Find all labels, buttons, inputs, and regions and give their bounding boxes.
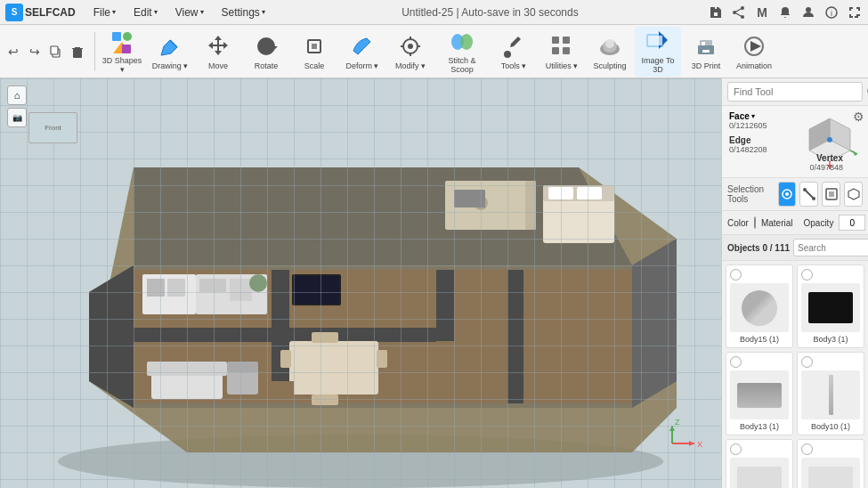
svg-text:X: X [697, 440, 702, 449]
m-icon[interactable]: M [754, 4, 770, 20]
logo-text: SELFCAD [25, 6, 76, 19]
body10-radio[interactable] [801, 356, 813, 368]
tool-animation[interactable]: Animation [731, 27, 777, 77]
menu-settings[interactable]: Settings ▾ [215, 4, 272, 20]
user-icon[interactable] [800, 4, 816, 20]
object-body3[interactable]: Body3 (1) [797, 264, 864, 348]
svg-point-75 [474, 196, 488, 210]
tool-move[interactable]: Move [195, 27, 241, 77]
svg-rect-51 [289, 328, 436, 342]
object-empty2[interactable] [797, 439, 864, 488]
expand-icon[interactable] [847, 4, 863, 20]
body3-radio[interactable] [801, 269, 813, 281]
svg-point-77 [249, 274, 267, 292]
camera-icon[interactable]: 📷 [7, 108, 27, 127]
home-view-icon[interactable]: ⌂ [7, 85, 27, 105]
redo-button[interactable]: ↪ [25, 42, 45, 61]
svg-marker-81 [689, 441, 694, 446]
top-menu-bar: S SELFCAD File ▾ Edit ▾ View ▾ Settings … [0, 0, 868, 25]
info-icon[interactable]: i [823, 4, 840, 20]
undo-button[interactable]: ↩ [4, 42, 23, 61]
tool-tools[interactable]: Tools ▾ [491, 27, 537, 77]
objects-search-input[interactable] [793, 239, 868, 256]
tool-scale[interactable]: Scale [291, 27, 337, 77]
objects-grid: Body15 (1) Body3 (1) Bod [722, 261, 868, 488]
tool-stitch-scoop[interactable]: Stitch & Scoop [435, 27, 489, 77]
body15-radio[interactable] [730, 269, 742, 281]
empty2-radio[interactable] [801, 443, 813, 455]
copy-button[interactable] [46, 42, 66, 61]
face-edge-vertex-section: Face ▾ 0/1212605 Edge 0/1482208 [722, 106, 868, 178]
object-body10[interactable]: Body10 (1) [797, 352, 864, 435]
sel-tool-object-button[interactable] [844, 182, 863, 207]
3d-shapes-icon [108, 28, 136, 55]
app-logo[interactable]: S SELFCAD [5, 4, 76, 21]
opacity-input[interactable]: 0 [839, 215, 865, 231]
tools-icon [499, 32, 528, 61]
floorplan-svg: X Z [0, 78, 721, 488]
sculpting-icon [596, 32, 624, 61]
autosave-status: Auto-save in 30 seconds [461, 6, 578, 19]
body15-thumb [730, 283, 789, 332]
svg-point-97 [785, 192, 789, 196]
svg-point-40 [58, 435, 663, 488]
tools-label: Tools ▾ [501, 62, 527, 71]
svg-rect-16 [312, 44, 317, 49]
sculpting-label: Sculpting [593, 62, 626, 71]
svg-rect-27 [552, 47, 559, 54]
tool-modify[interactable]: Modify ▾ [387, 27, 434, 77]
save-icon[interactable] [708, 4, 724, 20]
svg-rect-78 [272, 381, 294, 403]
tool-3d-print[interactable]: 3D Print [683, 27, 729, 77]
tool-sculpting[interactable]: Sculpting [587, 27, 633, 77]
object-body15[interactable]: Body15 (1) [726, 264, 793, 348]
tool-image-to-3d[interactable]: Image To 3D [635, 27, 681, 77]
document-title-area: Untitled-25 | Auto-save in 30 seconds [276, 6, 704, 19]
delete-button[interactable] [68, 42, 87, 61]
svg-rect-58 [289, 341, 378, 394]
color-picker[interactable] [754, 216, 756, 229]
svg-rect-70 [543, 185, 614, 201]
tool-drawing[interactable]: Drawing ▾ [147, 27, 193, 77]
move-icon [204, 32, 232, 61]
menu-view[interactable]: View ▾ [168, 4, 211, 20]
svg-marker-42 [89, 239, 677, 408]
color-material-row: Color Material Opacity 0 ▲ ▼ [722, 211, 868, 235]
modify-label: Modify ▾ [395, 62, 426, 71]
object-body13[interactable]: Body13 (1) [726, 352, 793, 435]
face-count: 0/1212605 [729, 121, 793, 130]
main-toolbar: ↩ ↪ 3D Shapes ▾ Drawing ▾ Move Rota [0, 25, 868, 78]
move-label: Move [208, 62, 228, 71]
viewport[interactable]: X Z ⌂ 📷 Front [0, 78, 721, 488]
bell-icon[interactable] [777, 4, 793, 20]
face-dropdown[interactable]: Face ▾ [729, 111, 793, 121]
share-icon[interactable] [731, 4, 747, 20]
edge-section: Edge 0/1482208 [729, 135, 793, 154]
empty1-radio[interactable] [730, 443, 742, 455]
svg-rect-61 [312, 332, 338, 343]
svg-rect-60 [377, 350, 387, 368]
svg-rect-53 [196, 274, 267, 314]
svg-rect-102 [829, 191, 834, 197]
scale-label: Scale [304, 62, 325, 71]
stitch-scoop-icon [448, 28, 476, 55]
menu-edit[interactable]: Edit ▾ [126, 4, 165, 20]
sel-tool-vertex-button[interactable] [778, 182, 797, 207]
sel-tool-face-button[interactable] [822, 182, 840, 207]
body13-thumb [730, 370, 789, 419]
document-title: Untitled-25 [402, 6, 453, 19]
empty2-thumb [801, 458, 860, 488]
svg-marker-44 [632, 239, 677, 408]
object-empty1[interactable] [726, 439, 793, 488]
tool-deform[interactable]: Deform ▾ [339, 27, 385, 77]
tool-rotate[interactable]: Rotate [243, 27, 289, 77]
tool-utilities[interactable]: Utilities ▾ [539, 27, 585, 77]
svg-rect-37 [702, 50, 710, 53]
find-tool-input[interactable] [727, 82, 863, 102]
body13-radio[interactable] [730, 356, 742, 368]
panel-gear-icon[interactable]: ⚙ [853, 110, 864, 124]
menu-file[interactable]: File ▾ [86, 4, 123, 20]
sel-tool-edge-button[interactable] [799, 182, 818, 207]
tool-3d-shapes[interactable]: 3D Shapes ▾ [99, 27, 145, 77]
svg-point-11 [123, 32, 132, 41]
